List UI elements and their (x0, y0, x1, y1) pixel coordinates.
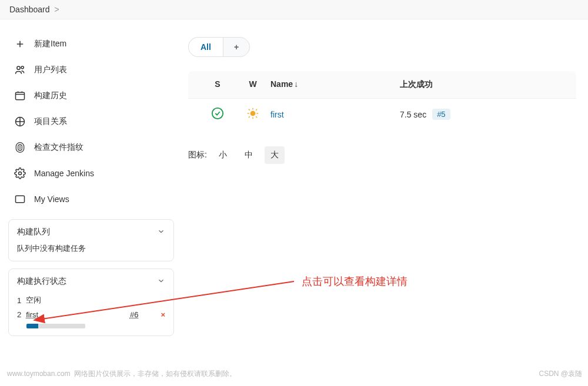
svg-point-8 (212, 108, 223, 119)
svg-line-17 (256, 109, 257, 110)
table-row: first 7.5 sec #5 (188, 98, 576, 130)
icon-size-large[interactable]: 大 (265, 146, 285, 164)
build-queue-panel: 构建队列 队列中没有构建任务 (8, 219, 174, 261)
sidebar-label: 构建历史 (34, 90, 67, 101)
users-icon (14, 64, 26, 76)
executor-build-link[interactable]: #6 (130, 310, 138, 319)
main-content: All + S W Name↓ 上次成功 (182, 19, 588, 348)
history-icon (14, 90, 26, 102)
footer-watermark-right: CSDN @袁随 (539, 369, 582, 379)
sidebar-item-users[interactable]: 用户列表 (9, 57, 173, 83)
sidebar-label: 用户列表 (34, 65, 67, 75)
icon-size-medium[interactable]: 中 (239, 146, 259, 164)
progress-fill (26, 324, 38, 328)
executor-num: 2 (17, 310, 21, 319)
chevron-down-icon[interactable] (157, 227, 165, 237)
executor-title: 构建执行状态 (17, 276, 66, 287)
sidebar-label: 检查文件指纹 (34, 142, 83, 153)
job-table: S W Name↓ 上次成功 fi (188, 71, 576, 130)
chevron-down-icon[interactable] (157, 277, 165, 287)
cancel-build-icon[interactable]: × (161, 310, 165, 319)
fingerprint-icon (14, 142, 26, 153)
sidebar-label: My Views (34, 194, 69, 204)
annotation-text: 点击可以查看构建详情 (302, 274, 407, 288)
executor-row-1: 1 空闲 (17, 293, 165, 308)
sidebar-item-fingerprint[interactable]: 检查文件指纹 (9, 135, 173, 160)
sort-arrow-icon: ↓ (294, 79, 298, 89)
svg-rect-7 (16, 196, 25, 203)
build-progress[interactable] (26, 324, 85, 328)
build-badge[interactable]: #5 (432, 109, 450, 120)
breadcrumb-separator: > (55, 5, 59, 14)
svg-line-16 (249, 116, 250, 118)
sidebar-item-myviews[interactable]: My Views (9, 186, 173, 212)
sidebar-label: 新建Item (34, 39, 66, 49)
views-icon (14, 193, 26, 205)
gear-icon (14, 167, 26, 179)
executor-job-link[interactable]: first (26, 310, 38, 319)
svg-point-6 (19, 172, 22, 175)
svg-rect-4 (16, 92, 25, 100)
sidebar: 新建Item 用户列表 构建历史 项目关系 (0, 19, 182, 348)
col-header-status[interactable]: S (200, 79, 235, 90)
breadcrumb: Dashboard > (0, 0, 588, 19)
icon-size-label: 图标: (188, 150, 207, 160)
col-header-last-success[interactable]: 上次成功 (400, 79, 564, 90)
breadcrumb-dashboard[interactable]: Dashboard (9, 5, 50, 14)
relations-icon (14, 116, 26, 127)
col-header-weather[interactable]: W (235, 79, 270, 90)
build-queue-title: 构建队列 (17, 227, 50, 237)
svg-point-9 (250, 111, 255, 115)
sidebar-item-new[interactable]: 新建Item (9, 31, 173, 57)
sidebar-item-manage[interactable]: Manage Jenkins (9, 160, 173, 186)
icon-size-selector: 图标: 小 中 大 (188, 146, 576, 164)
svg-point-3 (21, 66, 24, 69)
col-header-name[interactable]: Name↓ (270, 79, 400, 90)
svg-line-13 (256, 116, 257, 118)
svg-point-2 (17, 66, 20, 69)
last-success-text: 7.5 sec (400, 110, 426, 119)
tab-all[interactable]: All (188, 37, 223, 57)
sidebar-item-relations[interactable]: 项目关系 (9, 109, 173, 135)
icon-size-small[interactable]: 小 (213, 146, 233, 164)
tab-add-button[interactable]: + (223, 37, 250, 57)
view-tabs: All + (188, 37, 576, 57)
sidebar-label: 项目关系 (34, 116, 67, 127)
job-name-link[interactable]: first (270, 110, 284, 119)
sidebar-item-history[interactable]: 构建历史 (9, 83, 173, 109)
status-success-icon (211, 107, 224, 120)
footer-watermark-left: www.toymoban.com 网络图片仅供展示，非存储，如有侵权请联系删除。 (7, 369, 236, 379)
table-header: S W Name↓ 上次成功 (188, 71, 576, 98)
weather-sunny-icon (246, 107, 259, 120)
executor-row-2: 2 first #6 × (17, 308, 165, 321)
plus-icon (14, 38, 26, 50)
sidebar-label: Manage Jenkins (34, 169, 94, 178)
executor-idle: 空闲 (26, 295, 41, 306)
executor-panel: 构建执行状态 1 空闲 2 first #6 × (8, 268, 174, 336)
queue-empty-text: 队列中没有构建任务 (17, 243, 165, 254)
svg-line-12 (249, 109, 250, 110)
executor-num: 1 (17, 296, 21, 305)
